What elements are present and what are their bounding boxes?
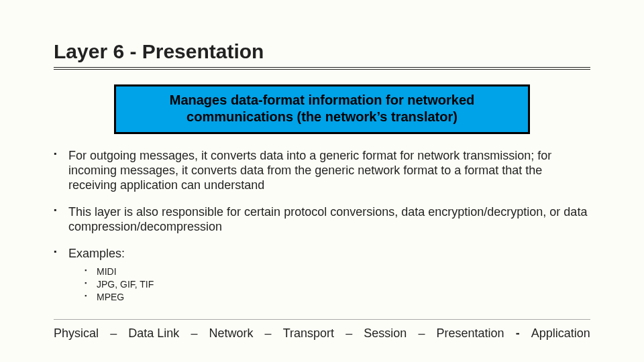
title-divider: [54, 67, 590, 70]
layer-breadcrumb: Physical – Data Link – Network – Transpo…: [54, 326, 590, 341]
example-list: MIDI JPG, GIF, TIF MPEG: [85, 265, 590, 304]
footer: Physical – Data Link – Network – Transpo…: [54, 319, 590, 341]
slide: Layer 6 - Presentation Manages data-form…: [0, 0, 644, 362]
layer-item: Transport: [283, 326, 334, 341]
separator-icon: –: [345, 326, 352, 341]
bullet-list: For outgoing messages, it converts data …: [54, 149, 590, 303]
layer-item: Session: [364, 326, 407, 341]
separator-icon: –: [191, 326, 197, 341]
bullet-item-label: Examples:: [68, 247, 125, 260]
example-item: MPEG: [85, 291, 590, 304]
example-item: JPG, GIF, TIF: [85, 278, 590, 291]
bullet-item: For outgoing messages, it converts data …: [54, 149, 590, 193]
layer-item: Data Link: [128, 326, 179, 341]
summary-line-2: communications (the network’s translator…: [186, 109, 458, 124]
separator-icon: –: [418, 326, 425, 341]
layer-item: Physical: [54, 326, 99, 341]
separator-icon: –: [110, 326, 117, 341]
bullet-item: This layer is also responsible for certa…: [54, 205, 590, 235]
layer-item: Application: [531, 326, 590, 341]
bullet-item: Examples: MIDI JPG, GIF, TIF MPEG: [54, 247, 590, 304]
summary-box: Manages data-format information for netw…: [114, 84, 530, 134]
layer-item: Presentation: [437, 326, 504, 341]
footer-divider: [54, 319, 590, 320]
example-item: MIDI: [85, 265, 590, 278]
layer-item: Network: [209, 326, 253, 341]
slide-title: Layer 6 - Presentation: [54, 40, 590, 63]
separator-icon: –: [265, 326, 272, 341]
summary-line-1: Manages data-format information for netw…: [170, 93, 475, 107]
separator-icon: -: [516, 326, 520, 341]
